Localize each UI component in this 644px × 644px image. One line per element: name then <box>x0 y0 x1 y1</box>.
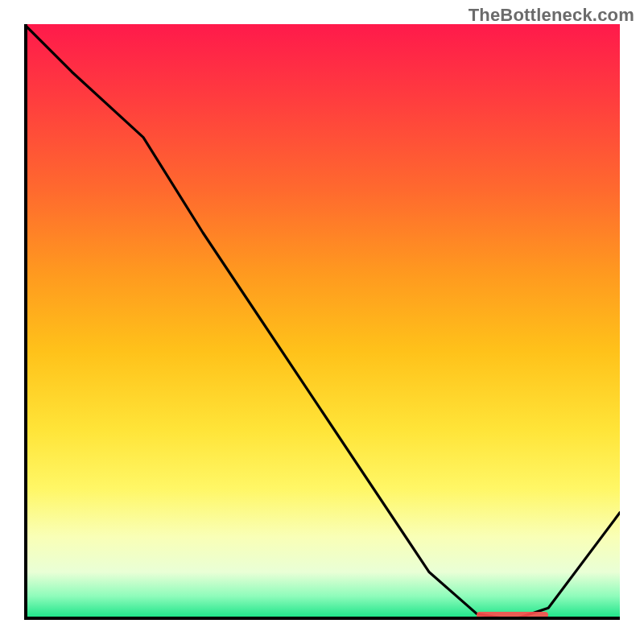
curve-path <box>24 24 620 620</box>
chart-container: TheBottleneck.com <box>0 0 644 644</box>
x-axis <box>24 617 620 620</box>
watermark-text: TheBottleneck.com <box>469 5 634 26</box>
y-axis <box>24 24 27 620</box>
bottleneck-curve <box>24 24 620 620</box>
plot-area <box>24 24 620 620</box>
